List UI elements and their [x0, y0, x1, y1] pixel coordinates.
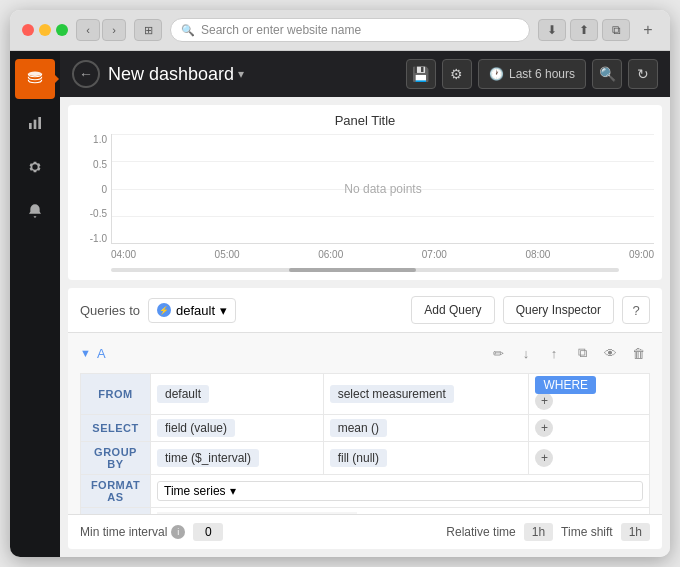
from-where-cell: WHERE +	[529, 374, 650, 415]
clock-icon: 🕐	[489, 67, 504, 81]
chart-area: No data points	[111, 134, 654, 244]
query-header: ▼ A ✏ ↓ ↑ ⧉ 👁 🗑	[80, 341, 650, 365]
share-icon[interactable]: ⬆	[570, 19, 598, 41]
move-down-icon[interactable]: ↓	[514, 341, 538, 365]
toggle-icon[interactable]: 👁	[598, 341, 622, 365]
refresh-icon[interactable]: ↻	[628, 59, 658, 89]
relative-time-label: Relative time	[446, 525, 515, 539]
dashboard-title: New dashboard ▾	[108, 64, 244, 85]
maximize-button[interactable]	[56, 24, 68, 36]
query-name-label: A	[97, 346, 106, 361]
browser-chrome: ‹ › ⊞ 🔍 Search or enter website name ⬇ ⬆…	[10, 10, 670, 51]
datasource-icon: ⚡	[157, 303, 171, 317]
collapse-icon[interactable]: ▼	[80, 347, 91, 359]
minimize-button[interactable]	[39, 24, 51, 36]
layers-icon	[26, 70, 44, 88]
search-icon: 🔍	[181, 24, 195, 37]
where-pill[interactable]: WHERE	[535, 376, 596, 394]
group-by-row: GROUP BY time ($_interval) fill (null) +	[81, 442, 650, 475]
svg-rect-3	[38, 117, 41, 129]
forward-nav-button[interactable]: ›	[102, 19, 126, 41]
nav-buttons: ‹ ›	[76, 19, 126, 41]
back-button[interactable]: ←	[72, 60, 100, 88]
query-inspector-button[interactable]: Query Inspector	[503, 296, 614, 324]
from-default-pill[interactable]: default	[157, 385, 209, 403]
select-add-icon[interactable]: +	[535, 419, 553, 437]
from-measurement-pill[interactable]: select measurement	[330, 385, 454, 403]
chart-container: 1.0 0.5 0 -0.5 -1.0 No data points	[76, 134, 654, 264]
time-shift-value: 1h	[621, 523, 650, 541]
min-time-input[interactable]	[193, 523, 223, 541]
query-block: ▼ A ✏ ↓ ↑ ⧉ 👁 🗑	[68, 333, 662, 514]
delete-icon[interactable]: 🗑	[626, 341, 650, 365]
select-label: SELECT	[81, 415, 151, 442]
time-range-button[interactable]: 🕐 Last 6 hours	[478, 59, 586, 89]
group-by-time-pill[interactable]: time ($_interval)	[157, 449, 259, 467]
from-measurement-cell: select measurement	[323, 374, 529, 415]
chart-x-labels: 04:00 05:00 06:00 07:00 08:00 09:00	[111, 244, 654, 264]
query-editor: Queries to ⚡ default ▾ Add Query Query I…	[68, 288, 662, 549]
from-row: FROM default select measurement WHERE +	[81, 374, 650, 415]
chart-scroll-thumb[interactable]	[289, 268, 416, 272]
queries-to-label: Queries to	[80, 303, 140, 318]
bell-icon	[27, 202, 43, 220]
no-data-label: No data points	[344, 182, 421, 196]
gear-icon	[27, 159, 43, 175]
duplicate-query-icon[interactable]: ⧉	[570, 341, 594, 365]
format-as-dropdown[interactable]: Time series ▾	[157, 481, 643, 501]
svg-point-0	[28, 72, 42, 77]
app-content: ← New dashboard ▾ 💾 ⚙ 🕐 Last 6 hours 🔍 ↻	[10, 51, 670, 557]
group-by-fill-pill[interactable]: fill (null)	[330, 449, 387, 467]
svg-rect-1	[29, 123, 32, 129]
download-icon[interactable]: ⬇	[538, 19, 566, 41]
query-actions: ✏ ↓ ↑ ⧉ 👁 🗑	[486, 341, 650, 365]
sidebar	[10, 51, 60, 557]
search-button[interactable]: 🔍	[592, 59, 622, 89]
select-row: SELECT field (value) mean () +	[81, 415, 650, 442]
group-by-label: GROUP BY	[81, 442, 151, 475]
datasource-chevron-icon: ▾	[220, 303, 227, 318]
sidebar-item-datasources[interactable]	[15, 59, 55, 99]
new-tab-button[interactable]: +	[638, 19, 658, 41]
title-chevron-icon: ▾	[238, 67, 244, 81]
edit-icon[interactable]: ✏	[486, 341, 510, 365]
query-table: FROM default select measurement WHERE +	[80, 373, 650, 514]
info-icon: i	[171, 525, 185, 539]
group-by-time-cell: time ($_interval)	[151, 442, 324, 475]
datasource-name: default	[176, 303, 215, 318]
address-bar[interactable]: 🔍 Search or enter website name	[170, 18, 530, 42]
select-mean-pill[interactable]: mean ()	[330, 419, 387, 437]
close-button[interactable]	[22, 24, 34, 36]
from-content: default	[151, 374, 324, 415]
group-by-add-cell: +	[529, 442, 650, 475]
chart-y-labels: 1.0 0.5 0 -0.5 -1.0	[76, 134, 111, 244]
reader-button[interactable]: ⊞	[134, 19, 162, 41]
format-as-content: Time series ▾	[151, 475, 650, 508]
sidebar-item-alerts[interactable]	[15, 191, 55, 231]
save-icon[interactable]: 💾	[406, 59, 436, 89]
datasource-select[interactable]: ⚡ default ▾	[148, 298, 236, 323]
address-placeholder: Search or enter website name	[201, 23, 361, 37]
format-as-label: FORMAT AS	[81, 475, 151, 508]
sidebar-item-settings[interactable]	[15, 147, 55, 187]
panel-area: Panel Title 1.0 0.5 0 -0.5 -1.0 No	[68, 105, 662, 280]
duplicate-icon[interactable]: ⧉	[602, 19, 630, 41]
select-field-cell: field (value)	[151, 415, 324, 442]
svg-rect-2	[34, 120, 37, 129]
chart-scrollbar[interactable]	[111, 268, 619, 272]
select-field-pill[interactable]: field (value)	[157, 419, 235, 437]
panel-title: Panel Title	[76, 113, 654, 128]
back-nav-button[interactable]: ‹	[76, 19, 100, 41]
traffic-lights	[22, 24, 68, 36]
move-up-icon[interactable]: ↑	[542, 341, 566, 365]
group-by-add-icon[interactable]: +	[535, 449, 553, 467]
top-bar-actions: 💾 ⚙ 🕐 Last 6 hours 🔍 ↻	[406, 59, 658, 89]
select-add-cell: +	[529, 415, 650, 442]
add-query-button[interactable]: Add Query	[411, 296, 494, 324]
where-add-icon[interactable]: +	[535, 392, 553, 410]
query-toolbar: Queries to ⚡ default ▾ Add Query Query I…	[68, 288, 662, 333]
settings-icon[interactable]: ⚙	[442, 59, 472, 89]
help-button[interactable]: ?	[622, 296, 650, 324]
sidebar-item-dashboard[interactable]	[15, 103, 55, 143]
browser-window: ‹ › ⊞ 🔍 Search or enter website name ⬇ ⬆…	[10, 10, 670, 557]
